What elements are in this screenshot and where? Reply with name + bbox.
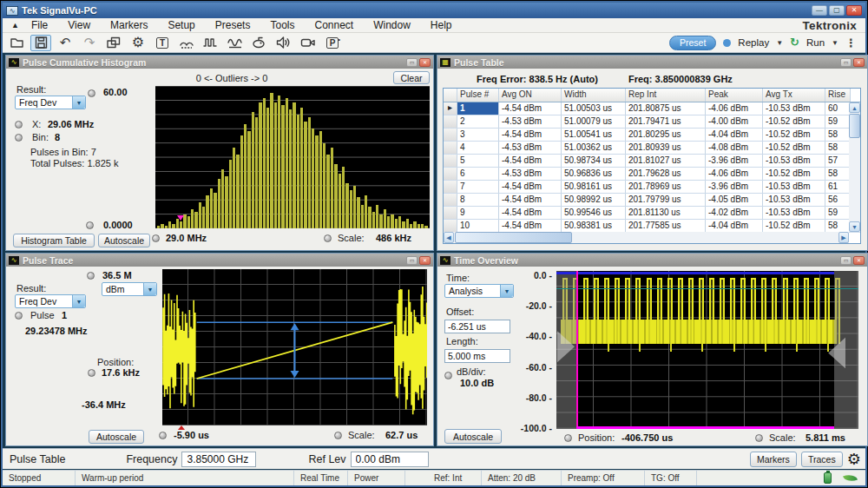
table-cell-pulse[interactable]: 7 — [457, 181, 499, 193]
knob-icon[interactable] — [755, 434, 763, 442]
histogram-table-button[interactable]: Histogram Table — [13, 234, 95, 247]
rf-knob-icon[interactable] — [249, 35, 270, 51]
table-cell-avg_tx[interactable]: -10.52 dBm — [763, 129, 825, 141]
table-cell-avg_tx[interactable]: -10.53 dBm — [763, 207, 825, 219]
table-row[interactable]: 2-4.53 dBm51.00079 us201.79471 us-4.00 d… — [444, 115, 860, 129]
table-cell-pulse[interactable]: 3 — [457, 129, 499, 141]
frequency-input[interactable] — [181, 452, 256, 467]
table-cell-avg_tx[interactable]: -10.53 dBm — [763, 181, 825, 193]
replay-chevron-icon[interactable]: ▼ — [776, 39, 783, 47]
table-cell-width[interactable]: 50.98161 us — [562, 181, 626, 193]
replay-button[interactable]: Replay — [738, 37, 769, 48]
menu-item-tools[interactable]: Tools — [270, 19, 294, 31]
column-header[interactable]: Rep Int — [626, 89, 706, 102]
close-icon[interactable]: ✕ — [846, 5, 862, 16]
knob-icon[interactable] — [15, 121, 23, 129]
result-dropdown[interactable]: Freq Dev ▼ — [15, 294, 86, 308]
time-overview-title-bar[interactable]: ∿ Time Overview ▭ ✕ — [437, 254, 867, 267]
panel-restore-icon[interactable]: ▭ — [840, 58, 852, 67]
table-row[interactable]: ▸1-4.54 dBm51.00503 us201.80875 us-4.06 … — [444, 102, 860, 115]
more-options-icon[interactable]: ⋮ — [845, 36, 857, 49]
table-cell-width[interactable]: 50.98734 us — [562, 155, 626, 167]
table-cell-avg_on[interactable]: -4.54 dBm — [499, 220, 562, 232]
settings-gear-icon[interactable]: ⚙ — [128, 35, 148, 51]
table-cell-avg_on[interactable]: -4.53 dBm — [499, 115, 562, 128]
table-cell-avg_tx[interactable]: -10.52 dBm — [763, 168, 825, 180]
table-cell-width[interactable]: 51.00079 us — [562, 115, 626, 128]
panel-close-icon[interactable]: ✕ — [419, 256, 431, 265]
row-selector[interactable] — [444, 168, 457, 180]
chevron-down-icon[interactable]: ▼ — [72, 295, 85, 307]
table-cell-avg_on[interactable]: -4.53 dBm — [499, 142, 562, 154]
table-cell-rise[interactable]: 61 — [825, 181, 851, 193]
horizontal-scrollbar[interactable]: ◀ ▶ — [444, 232, 849, 243]
table-row[interactable]: 7-4.54 dBm50.98161 us201.78969 us-3.96 d… — [444, 181, 860, 194]
table-cell-avg_tx[interactable]: -10.53 dBm — [763, 102, 825, 115]
trace-math-icon[interactable] — [225, 35, 246, 51]
offset-input[interactable] — [444, 320, 510, 333]
table-row[interactable]: 5-4.54 dBm50.98734 us201.81027 us-3.96 d… — [444, 155, 860, 168]
preset-marker-icon[interactable]: P• — [322, 35, 343, 51]
length-input[interactable] — [444, 349, 510, 363]
result-dropdown[interactable]: Freq Dev ▼ — [15, 96, 86, 109]
table-cell-avg_tx[interactable]: -10.53 dBm — [763, 194, 825, 206]
table-cell-rep_int[interactable]: 201.80939 us — [626, 142, 706, 154]
knob-icon[interactable] — [87, 272, 95, 280]
autoscale-button[interactable]: Autoscale — [444, 429, 502, 444]
panel-close-icon[interactable]: ✕ — [853, 58, 865, 67]
menu-item-presets[interactable]: Presets — [215, 19, 251, 31]
knob-icon[interactable] — [88, 369, 95, 377]
window-title-bar[interactable]: ∿ Tek SignalVu-PC — ▢ ✕ — [3, 3, 865, 18]
scroll-right-icon[interactable]: ▶ — [838, 232, 849, 243]
table-row[interactable]: 10-4.54 dBm50.98381 us201.77585 us-4.04 … — [444, 220, 860, 233]
chevron-down-icon[interactable]: ▼ — [72, 96, 85, 109]
row-selector[interactable] — [444, 181, 457, 193]
autoscale-button[interactable]: Autoscale — [98, 234, 150, 247]
knob-icon[interactable] — [152, 234, 160, 242]
time-dropdown[interactable]: Analysis ▼ — [444, 284, 514, 298]
panel-restore-icon[interactable]: ▭ — [840, 256, 852, 265]
table-cell-avg_tx[interactable]: -10.52 dBm — [763, 142, 825, 154]
table-cell-avg_on[interactable]: -4.54 dBm — [499, 155, 562, 167]
table-cell-rep_int[interactable]: 201.80875 us — [626, 102, 706, 115]
knob-icon[interactable] — [564, 434, 572, 442]
pulse-waveform-icon[interactable] — [201, 35, 221, 51]
panel-close-icon[interactable]: ✕ — [419, 58, 431, 67]
column-header[interactable]: Avg ON — [499, 89, 562, 102]
table-cell-width[interactable]: 50.98381 us — [562, 220, 626, 232]
table-cell-width[interactable]: 50.99546 us — [562, 207, 626, 219]
pulse-histogram-icon[interactable] — [176, 35, 197, 51]
knob-icon[interactable] — [159, 432, 167, 439]
maximize-icon[interactable]: ▢ — [829, 5, 845, 16]
table-cell-rise[interactable]: 58 — [825, 168, 851, 180]
ref-level-input[interactable] — [351, 452, 429, 467]
histogram-plot[interactable] — [155, 86, 430, 228]
menu-item-help[interactable]: Help — [431, 19, 452, 31]
table-cell-pulse[interactable]: 10 — [457, 220, 499, 232]
table-cell-peak[interactable]: -4.08 dBm — [706, 142, 763, 154]
table-cell-peak[interactable]: -4.02 dBm — [706, 207, 763, 219]
table-cell-rise[interactable]: 56 — [825, 194, 851, 206]
redo-icon[interactable]: ↷ — [79, 35, 100, 51]
column-header[interactable]: Width — [562, 89, 626, 102]
table-row[interactable]: 6-4.53 dBm50.96836 us201.79628 us-4.06 d… — [444, 168, 860, 181]
knob-icon[interactable] — [334, 432, 342, 439]
table-cell-peak[interactable]: -3.96 dBm — [706, 155, 763, 167]
markers-button[interactable]: Markers — [750, 452, 797, 467]
pulse-table-title-bar[interactable]: ▦ Pulse Table ▭ ✕ — [437, 56, 867, 69]
chevron-down-icon[interactable]: ▼ — [143, 283, 156, 295]
table-cell-avg_on[interactable]: -4.54 dBm — [499, 207, 562, 219]
table-row[interactable]: 4-4.53 dBm51.00362 us201.80939 us-4.08 d… — [444, 142, 860, 155]
save-icon[interactable] — [30, 35, 51, 51]
panel-restore-icon[interactable]: ▭ — [406, 256, 418, 265]
table-cell-peak[interactable]: -3.96 dBm — [706, 181, 763, 193]
horizontal-scroll-thumb[interactable] — [455, 232, 572, 243]
table-cell-pulse[interactable]: 8 — [457, 194, 499, 206]
settings-gear-icon[interactable]: ⚙ — [847, 452, 861, 467]
row-selector[interactable]: ▸ — [444, 102, 457, 115]
table-cell-pulse[interactable]: 9 — [457, 207, 499, 219]
analysis-start-line[interactable] — [576, 271, 578, 429]
table-cell-rep_int[interactable]: 201.78969 us — [626, 181, 706, 193]
table-cell-rep_int[interactable]: 201.81130 us — [626, 207, 706, 219]
vertical-scroll-thumb[interactable] — [849, 114, 860, 138]
